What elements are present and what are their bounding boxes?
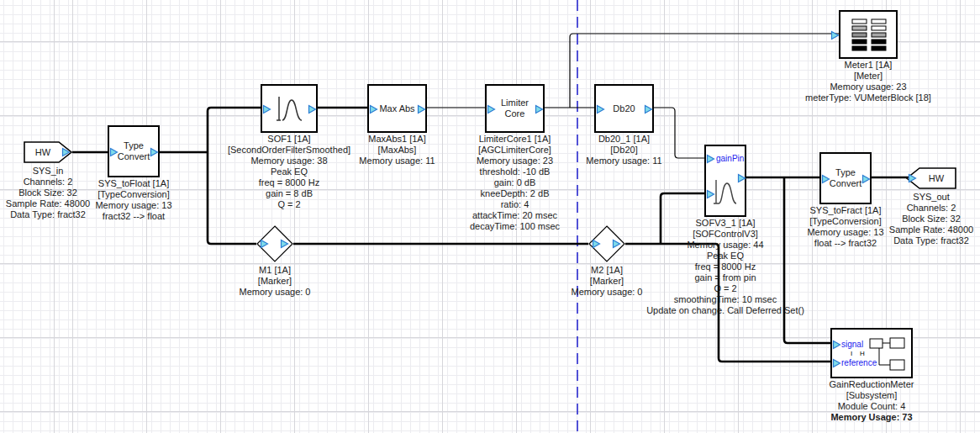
module-caption: Meter1 [1A] [Meter] Memory usage: 23 met…: [805, 60, 931, 103]
module-gain-reduction-meter[interactable]: signal reference I H GainReductionMeter …: [830, 328, 913, 378]
gainpin-label: gainPin: [716, 154, 744, 163]
output-pin[interactable]: [280, 239, 289, 249]
module-caption: MaxAbs1 [1A] [MaxAbs] Memory usage: 11: [359, 134, 435, 166]
input-pin[interactable]: [369, 104, 378, 114]
module-caption: GainReductionMeter [Subsystem] Module Co…: [830, 379, 914, 423]
module-sys-out[interactable]: HW SYS_out Channels: 2 Block Size: 32 Sa…: [906, 167, 956, 189]
module-m2-marker[interactable]: M2 [1A] [Marker] Memory usage: 0: [588, 225, 625, 262]
output-pin[interactable]: [737, 173, 746, 183]
filter-curve-icon: [274, 94, 308, 124]
subsystem-icon: I H: [832, 330, 913, 378]
output-pin[interactable]: [644, 104, 653, 114]
module-caption: SYS_toFract [1A] [TypeConversion] Memory…: [807, 205, 883, 249]
module-caption: LimiterCore1 [1A] [AGCLimiterCore] Memor…: [470, 134, 560, 232]
module-m1-marker[interactable]: M1 [1A] [Marker] Memory usage: 0: [256, 225, 293, 262]
signal-input-pin[interactable]: [832, 340, 841, 350]
module-caption: SOF1 [1A] [SecondOrderFilterSmoothed] Me…: [228, 134, 350, 210]
output-pin[interactable]: [535, 104, 544, 114]
module-limitercore1[interactable]: Limiter Core LimiterCore1 [1A] [AGCLimit…: [485, 84, 545, 133]
vu-meter-icon: [851, 18, 889, 54]
schematic-canvas[interactable]: HW SYS_in Channels: 2 Block Size: 32 Sam…: [0, 0, 980, 433]
module-maxabs1[interactable]: Max Abs MaxAbs1 [1A] [MaxAbs] Memory usa…: [367, 84, 427, 133]
input-pin[interactable]: [260, 239, 269, 249]
module-caption: SYS_in Channels: 2 Block Size: 32 Sample…: [6, 166, 90, 220]
reference-input-pin[interactable]: [832, 358, 841, 368]
input-pin[interactable]: [908, 173, 917, 183]
module-caption: M1 [1A] [Marker] Memory usage: 0: [240, 265, 311, 298]
output-pin[interactable]: [861, 174, 871, 184]
module-meter1[interactable]: Meter1 [1A] [Meter] Memory usage: 23 met…: [839, 10, 898, 59]
module-sof1[interactable]: SOF1 [1A] [SecondOrderFilterSmoothed] Me…: [261, 84, 318, 133]
output-pin[interactable]: [308, 104, 317, 114]
module-db20-1[interactable]: Db20 Db20_1 [1A] [Db20] Memory usage: 11: [594, 84, 654, 133]
module-sys-tofloat[interactable]: Type Convert SYS_toFloat [1A] [TypeConve…: [108, 125, 160, 177]
svg-text:H: H: [860, 350, 865, 357]
signal-pin-label: signal: [841, 340, 863, 349]
module-caption: Db20_1 [1A] [Db20] Memory usage: 11: [586, 134, 661, 166]
input-pin[interactable]: [487, 104, 496, 114]
module-caption: SOFV3_1 [1A] [SOFControlV3] Memory usage…: [646, 218, 804, 316]
svg-text:I: I: [851, 350, 852, 357]
output-pin[interactable]: [61, 147, 71, 157]
output-pin[interactable]: [612, 239, 621, 249]
output-pin[interactable]: [150, 147, 159, 157]
input-pin[interactable]: [262, 104, 271, 114]
module-caption: M2 [1A] [Marker] Memory usage: 0: [572, 265, 643, 298]
input-pin[interactable]: [706, 189, 715, 199]
gainpin-input-pin[interactable]: [706, 154, 715, 164]
module-sys-tofract[interactable]: Type Convert SYS_toFract [1A] [TypeConve…: [819, 152, 872, 204]
module-sofv3-1[interactable]: gainPin SOFV3_1 [1A] [SOFControlV3] Memo…: [704, 145, 746, 217]
module-sys-in[interactable]: HW SYS_in Channels: 2 Block Size: 32 Sam…: [24, 141, 72, 163]
output-pin[interactable]: [417, 104, 426, 114]
input-pin[interactable]: [109, 147, 119, 157]
input-pin[interactable]: [592, 239, 601, 249]
reference-pin-label: reference: [841, 358, 877, 367]
module-caption: SYS_out Channels: 2 Block Size: 32 Sampl…: [889, 192, 973, 246]
input-pin[interactable]: [596, 104, 605, 114]
input-pin[interactable]: [821, 174, 830, 184]
module-caption: SYS_toFloat [1A] [TypeConversion] Memory…: [95, 178, 171, 222]
input-pin[interactable]: [830, 30, 840, 40]
